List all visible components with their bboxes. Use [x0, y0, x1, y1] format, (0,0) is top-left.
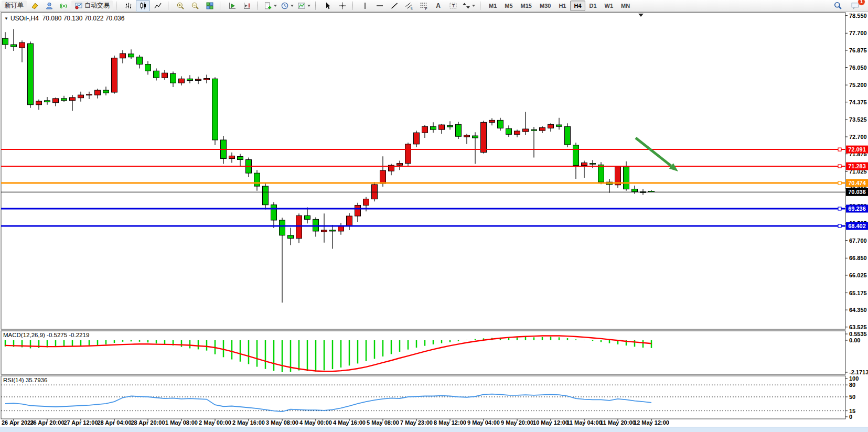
candle-body: [556, 125, 562, 126]
timeframe-button-m5[interactable]: M5: [501, 1, 516, 11]
candle-body: [11, 45, 17, 47]
candle-body: [498, 120, 503, 128]
timeframe-button-w1[interactable]: W1: [601, 1, 617, 11]
zoom-out-icon[interactable]: [188, 0, 202, 12]
timeframe-button-m15[interactable]: M15: [517, 1, 535, 11]
candle-body: [397, 164, 403, 166]
time-tick-label: 26 Apr 2023: [2, 419, 34, 426]
tile-windows-icon[interactable]: [202, 0, 217, 12]
price-line-handle[interactable]: [838, 207, 841, 210]
timeframe-button-m30[interactable]: M30: [536, 1, 554, 11]
arrows-icon[interactable]: [460, 0, 477, 12]
fibonacci-icon[interactable]: F: [416, 0, 431, 12]
time-tick-label: 26 Apr 20:00: [30, 419, 64, 426]
candle-body: [238, 157, 243, 160]
new-order-button[interactable]: 新订单: [2, 1, 27, 11]
candle-body: [296, 215, 302, 238]
candle-body: [632, 189, 638, 192]
candle-body: [229, 156, 235, 158]
price-line-handle[interactable]: [838, 165, 841, 168]
periods-button[interactable]: [279, 0, 295, 12]
time-tick-label: 4 May 00:00: [299, 419, 332, 426]
time-tick-label: 9 May 20:00: [501, 419, 533, 426]
signal-icon[interactable]: [57, 0, 71, 12]
rsi-indicator-label: RSI(14) 35.7936: [3, 377, 47, 383]
time-tick-label: 9 May 04:00: [467, 419, 500, 426]
zoom-in-icon[interactable]: [173, 0, 187, 12]
price-line-handle[interactable]: [838, 148, 841, 151]
candle-body: [582, 163, 587, 165]
vertical-line-icon[interactable]: [358, 0, 372, 12]
trendline-icon[interactable]: [387, 0, 401, 12]
timeframe-button-m1[interactable]: M1: [485, 1, 500, 11]
chart-dropdown-icon[interactable]: ▼: [4, 16, 8, 21]
chevron-down-icon: [274, 5, 277, 7]
chart-canvas[interactable]: 78.55077.70076.87576.05075.20074.37573.5…: [0, 0, 868, 427]
candle-body: [422, 126, 428, 133]
candle-body: [53, 99, 59, 103]
price-tick-label: 78.550: [849, 13, 867, 19]
price-badge-label: 68.402: [848, 223, 866, 229]
price-badge-label: 70.474: [848, 180, 866, 186]
macd-panel: [1, 331, 845, 374]
candle-body: [78, 95, 84, 98]
timeframe-button-d1[interactable]: D1: [586, 1, 601, 11]
candle-body: [464, 135, 470, 137]
toolbar-separator: [257, 2, 260, 10]
search-icon[interactable]: [831, 0, 845, 12]
price-tick-label: 76.050: [849, 64, 867, 71]
candle-body: [254, 173, 260, 186]
text-icon[interactable]: A: [431, 0, 445, 12]
candle-body: [506, 128, 512, 134]
timeframe-group: M1M5M15M30H1H4D1W1MN: [485, 1, 634, 11]
time-tick-label: 28 Apr 20:00: [131, 419, 165, 426]
horizontal-line-icon[interactable]: [372, 0, 387, 12]
chat-icon[interactable]: 1: [848, 0, 862, 12]
candle-body: [19, 42, 25, 48]
price-badge-label: 69.236: [848, 206, 866, 212]
candle-body: [36, 101, 42, 105]
candle-body: [70, 98, 76, 101]
candle-body: [489, 120, 495, 122]
auto-scroll-icon[interactable]: [225, 0, 239, 12]
price-tick-label: 65.175: [849, 290, 867, 296]
timeframe-button-h1[interactable]: H1: [555, 1, 570, 11]
timeframe-button-mn[interactable]: MN: [617, 1, 634, 11]
templates-button[interactable]: [296, 0, 312, 12]
candle-body: [447, 125, 453, 127]
candle-body: [288, 235, 294, 239]
time-tick-label: 1 May 08:00: [165, 419, 198, 426]
profile-icon[interactable]: [42, 0, 56, 12]
price-line-handle[interactable]: [838, 181, 841, 185]
auto-trading-button[interactable]: 自动交易: [71, 1, 113, 11]
candle-body: [263, 186, 269, 205]
price-tick-label: 67.700: [849, 237, 867, 244]
bars-chart-icon[interactable]: [121, 0, 135, 12]
candle-body: [515, 131, 520, 134]
time-tick-label: 27 Apr 12:00: [63, 419, 98, 426]
auto-trading-label: 自动交易: [84, 1, 110, 10]
toolbar-right-group: 1: [831, 0, 866, 12]
price-line-handle[interactable]: [838, 224, 841, 228]
candle-body: [162, 73, 168, 78]
crosshair-icon[interactable]: [335, 0, 349, 12]
note-icon[interactable]: [27, 0, 41, 12]
candle-body: [330, 230, 336, 231]
line-chart-icon[interactable]: [151, 0, 165, 12]
chart-shift-icon[interactable]: [240, 0, 254, 12]
channel-icon[interactable]: E: [402, 0, 416, 12]
toolbar: 新订单 自动交易: [0, 0, 868, 12]
timeframe-button-h4[interactable]: H4: [570, 1, 585, 11]
indicators-button[interactable]: [262, 0, 278, 12]
toolbar-separator: [168, 2, 170, 10]
cursor-icon[interactable]: [320, 0, 335, 12]
macd-indicator-label: MACD(12,26,9) -0.5275 -0.2219: [3, 332, 89, 338]
time-tick-label: 3 May 08:00: [266, 419, 298, 426]
candles-chart-icon[interactable]: [136, 0, 150, 12]
rsi-axis-label: 80: [849, 382, 855, 388]
label-icon[interactable]: T: [446, 0, 460, 12]
candle-body: [380, 170, 386, 183]
candle-body: [523, 129, 529, 132]
macd-axis-label: 0.00: [849, 337, 860, 343]
candle-body: [103, 90, 109, 93]
